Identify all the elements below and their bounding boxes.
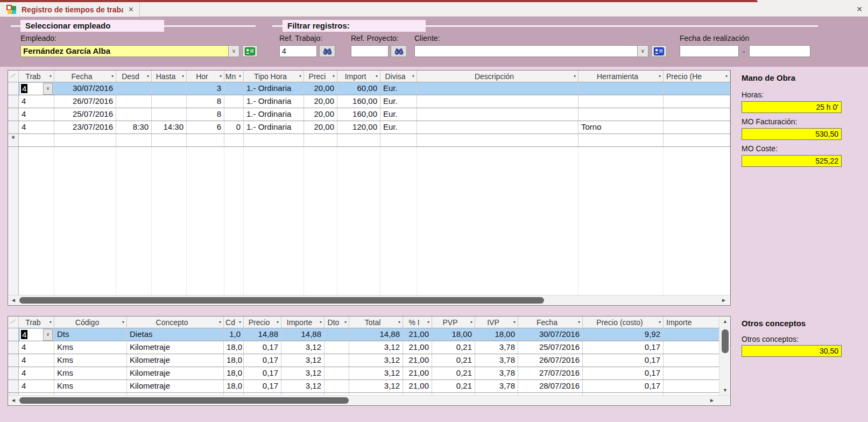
grid-cell[interactable]: 26/07/2016 — [518, 354, 583, 367]
grid-cell[interactable]: 25/07/2016 — [54, 108, 116, 121]
record-selector[interactable] — [8, 121, 19, 133]
grid-cell[interactable]: 4∨ — [19, 328, 54, 341]
grid-cell[interactable] — [324, 367, 349, 379]
grid-cell[interactable]: 3,78 — [475, 341, 518, 354]
grid-cell[interactable]: 120,00 — [337, 121, 380, 133]
column-header-importe[interactable]: Importe▾ — [281, 316, 324, 328]
column-header-hasta[interactable]: Hasta▾ — [152, 71, 187, 82]
column-header-trab[interactable]: Trab▾ — [19, 316, 54, 328]
trab-combo[interactable]: 4∨ — [20, 329, 53, 341]
grid-cell[interactable]: 6 — [187, 121, 224, 133]
grid-cell[interactable]: Kms — [54, 380, 127, 392]
grid-cell[interactable]: 0 — [224, 121, 244, 133]
column-header-desd[interactable]: Desd▾ — [116, 71, 152, 82]
grid-cell[interactable]: 21,00 — [403, 380, 432, 392]
grid-cell[interactable] — [224, 82, 244, 95]
ref-proyecto-search-button[interactable] — [391, 45, 407, 57]
scroll-right-icon[interactable]: ► — [720, 297, 728, 304]
grid-cell[interactable] — [417, 134, 578, 146]
record-selector[interactable] — [8, 380, 19, 392]
record-selector[interactable] — [8, 108, 19, 121]
grid-cell[interactable]: 3,12 — [349, 341, 403, 354]
grid-cell[interactable]: Dts — [54, 328, 127, 341]
column-header-divisa[interactable]: Divisa▾ — [380, 71, 417, 82]
grid-cell[interactable]: 1.- Ordinaria — [244, 108, 304, 121]
grid-cell[interactable]: 18,0 — [224, 341, 244, 354]
column-header-fecha[interactable]: Fecha▾ — [54, 71, 116, 82]
grid-cell[interactable]: 3 — [187, 82, 224, 95]
grid-cell[interactable] — [664, 134, 730, 146]
grid-cell[interactable]: 3,78 — [475, 367, 518, 379]
grid-cell[interactable]: 0,21 — [432, 367, 475, 379]
grid-cell[interactable]: 26/07/2016 — [54, 95, 116, 108]
trab-combo-arrow[interactable]: ∨ — [43, 329, 53, 341]
grid-cell[interactable]: 14:30 — [152, 121, 187, 133]
grid-cell[interactable]: 20,00 — [304, 121, 337, 133]
grid-cell[interactable]: 0,17 — [244, 380, 281, 392]
grid-cell[interactable]: 8 — [187, 95, 224, 108]
column-header-import[interactable]: Import▾ — [337, 71, 380, 82]
grid-cell[interactable]: 0,17 — [244, 367, 281, 379]
grid-cell[interactable] — [116, 108, 152, 121]
window-close-icon[interactable]: ✕ — [856, 5, 863, 13]
grid-cell[interactable]: 30/07/2016 — [54, 82, 116, 95]
column-header-pvp[interactable]: PVP▾ — [432, 316, 475, 328]
new-record-selector[interactable]: * — [8, 134, 19, 146]
grid-cell[interactable]: 4 — [19, 380, 54, 392]
ref-trabajo-input[interactable]: 4 — [279, 45, 317, 57]
grid-cell[interactable] — [304, 134, 337, 146]
grid-cell[interactable] — [224, 95, 244, 108]
grid-cell[interactable]: 3,12 — [281, 380, 324, 392]
grid-cell[interactable]: 3,12 — [281, 367, 324, 379]
grid-cell[interactable]: 3,12 — [281, 354, 324, 367]
employee-card-button[interactable] — [242, 45, 258, 57]
grid-cell[interactable] — [578, 134, 664, 146]
grid-cell[interactable]: 3,78 — [475, 380, 518, 392]
grid-cell[interactable] — [324, 341, 349, 354]
grid-cell[interactable]: Eur. — [380, 121, 417, 133]
grid-cell[interactable] — [664, 121, 730, 133]
grid-cell[interactable]: 21,00 — [403, 354, 432, 367]
column-header-concepto[interactable]: Concepto▾ — [127, 316, 224, 328]
grid-cell[interactable]: 160,00 — [337, 108, 380, 121]
grid-cell[interactable] — [417, 82, 578, 95]
column-header-fecha[interactable]: Fecha▾ — [518, 316, 583, 328]
grid-cell[interactable]: 27/07/2016 — [518, 367, 583, 379]
grid-cell[interactable] — [116, 134, 152, 146]
grid-cell[interactable]: 1,0 — [224, 328, 244, 341]
grid-cell[interactable] — [664, 82, 730, 95]
grid-cell[interactable]: Torno — [578, 121, 664, 133]
grid-cell[interactable]: 0,21 — [432, 354, 475, 367]
scrollbar-thumb[interactable] — [722, 329, 729, 353]
grid-cell[interactable]: 20,00 — [304, 82, 337, 95]
grid-cell[interactable]: Kilometraje — [127, 354, 224, 367]
grid-cell[interactable]: 4 — [19, 95, 54, 108]
grid-cell[interactable] — [224, 108, 244, 121]
record-selector[interactable] — [8, 367, 19, 379]
grid-cell[interactable]: 21,00 — [403, 328, 432, 341]
column-header-descripci-n[interactable]: Descripción▾ — [417, 71, 578, 82]
scroll-down-icon[interactable]: ▼ — [719, 388, 731, 393]
grid-cell[interactable]: 3,12 — [349, 380, 403, 392]
grid-cell[interactable]: 18,0 — [224, 354, 244, 367]
column-header-precio-he[interactable]: Precio (He▾ — [664, 71, 730, 82]
grid-cell[interactable]: 0,17 — [244, 341, 281, 354]
empleado-combo[interactable]: Fernández García Alba — [20, 45, 229, 57]
grid-cell[interactable]: 9,92 — [583, 328, 664, 341]
record-selector[interactable] — [8, 82, 19, 95]
fecha-hasta-input[interactable] — [749, 45, 810, 57]
cliente-combo-arrow[interactable]: ∨ — [637, 45, 648, 57]
trab-combo-arrow[interactable]: ∨ — [43, 83, 53, 95]
column-header-mn[interactable]: Mn▾ — [224, 71, 244, 82]
grid-cell[interactable]: 20,00 — [304, 95, 337, 108]
grid-cell[interactable] — [324, 354, 349, 367]
grid-cell[interactable] — [116, 95, 152, 108]
grid-cell[interactable] — [244, 134, 304, 146]
tab-registro-tiempos[interactable]: Registro de tiempos de trabajo ✕ — [1, 2, 140, 17]
trab-combo[interactable]: 4∨ — [20, 83, 53, 95]
select-all-corner[interactable] — [8, 71, 19, 82]
grid-cell[interactable]: Kms — [54, 354, 127, 367]
horizontal-scrollbar[interactable]: ◄► — [8, 295, 730, 305]
grid-cell[interactable]: 28/07/2016 — [518, 380, 583, 392]
grid-cell[interactable]: Kilometraje — [127, 341, 224, 354]
